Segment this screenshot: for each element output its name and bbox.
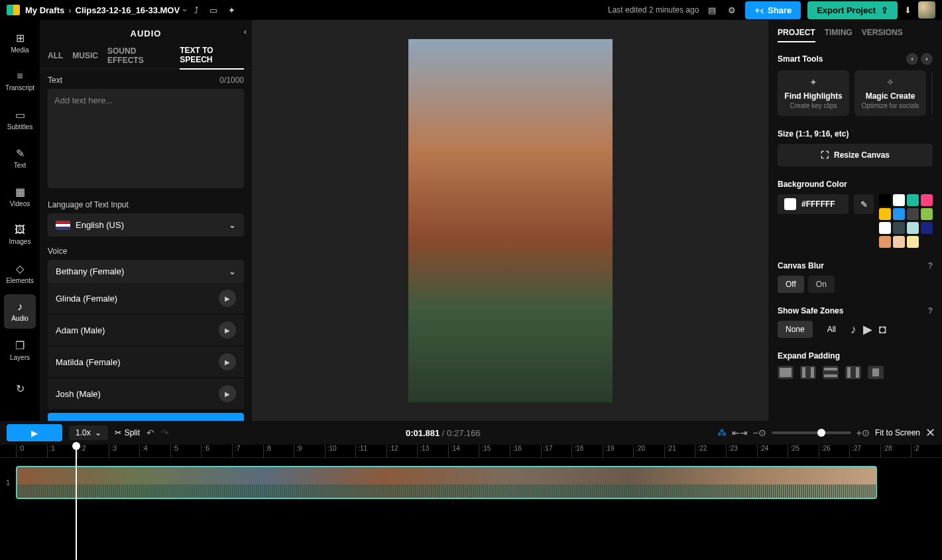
resize-canvas-button[interactable]: ⛶ Resize Canvas — [778, 144, 933, 166]
smart-find-highlights[interactable]: ✦ Find Highlights Create key clips — [778, 70, 849, 116]
color-swatch[interactable] — [879, 236, 891, 248]
prev-icon[interactable]: ‹ — [906, 53, 918, 65]
smart-card-partial[interactable]: V — [931, 70, 933, 116]
color-preview[interactable]: #FFFFFF — [778, 194, 849, 214]
voice-select[interactable]: Bethany (Female) ⌄ — [48, 260, 244, 283]
zoom-out-icon[interactable]: −⊙ — [753, 427, 766, 438]
pad-full[interactable] — [778, 366, 794, 379]
play-icon[interactable]: ▶ — [219, 385, 236, 402]
video-preview[interactable] — [408, 39, 613, 402]
rtab-versions[interactable]: VERSIONS — [862, 28, 903, 42]
play-button[interactable]: ▶ — [7, 424, 62, 441]
rail-videos[interactable]: ▦Videos — [4, 179, 36, 213]
eyedropper-icon[interactable]: ✎ — [854, 194, 874, 214]
collapse-icon[interactable]: ‹ — [244, 27, 247, 36]
ruler-tick: :0 — [16, 445, 47, 457]
pad-sides[interactable] — [845, 366, 861, 379]
export-button[interactable]: Export Project ⇪ — [807, 1, 898, 19]
magnet-icon[interactable]: ⁂ — [717, 427, 727, 438]
rail-subtitles[interactable]: ▭Subtitles — [4, 102, 36, 137]
video-clip[interactable] — [16, 466, 877, 499]
play-icon[interactable]: ▶ — [219, 290, 236, 307]
share-button[interactable]: +𐑬 Share — [745, 1, 801, 19]
speed-select[interactable]: 1.0x⌄ — [69, 425, 108, 440]
undo-icon[interactable]: ↶ — [147, 427, 154, 438]
pad-top-bottom[interactable] — [823, 366, 839, 379]
voice-option[interactable]: Matilda (Female)▶ — [48, 347, 244, 377]
blur-off[interactable]: Off — [778, 276, 804, 293]
tts-text-input[interactable] — [48, 89, 244, 188]
help-icon[interactable]: ? — [928, 261, 933, 270]
smart-magic-create[interactable]: ✧ Magic Create Optimize for socials — [854, 70, 926, 116]
color-swatch[interactable] — [879, 222, 891, 234]
download-icon[interactable]: ⬇ — [904, 5, 912, 15]
color-swatch[interactable] — [921, 194, 933, 206]
blur-on[interactable]: On — [808, 276, 835, 293]
voice-option[interactable]: Adam (Male)▶ — [48, 315, 244, 345]
pad-left-right[interactable] — [800, 366, 816, 379]
gear-icon[interactable]: ⚙ — [725, 3, 738, 18]
voice-selected: Bethany (Female) — [56, 266, 124, 276]
color-swatch[interactable] — [907, 222, 919, 234]
color-swatch[interactable] — [879, 194, 891, 206]
add-voice-button[interactable]: ＋ Add new Voice — [48, 413, 244, 421]
rail-transcript[interactable]: ≡Transcript — [4, 64, 36, 98]
safe-none[interactable]: None — [778, 321, 813, 338]
color-swatch[interactable] — [893, 222, 905, 234]
notes-icon[interactable]: ▭ — [207, 3, 220, 18]
instagram-icon[interactable]: ◘ — [879, 323, 886, 337]
tab-tts[interactable]: TEXT TO SPEECH — [180, 46, 244, 70]
zoom-in-icon[interactable]: +⊙ — [856, 427, 870, 438]
pad-center[interactable] — [868, 366, 884, 379]
playhead[interactable] — [76, 445, 77, 560]
safe-all[interactable]: All — [819, 321, 844, 338]
color-swatch[interactable] — [921, 208, 933, 220]
avatar[interactable] — [918, 1, 935, 19]
next-icon[interactable]: › — [921, 53, 933, 65]
color-swatch[interactable] — [893, 194, 905, 206]
voice-option[interactable]: Josh (Male)▶ — [48, 378, 244, 409]
rtab-project[interactable]: PROJECT — [778, 28, 815, 42]
tab-all[interactable]: ALL — [48, 51, 63, 64]
chevron-down-icon[interactable]: › — [180, 9, 190, 11]
help-icon[interactable]: ? — [928, 306, 933, 315]
upload-icon[interactable]: ⤴ — [192, 3, 202, 18]
color-swatch[interactable] — [893, 236, 905, 248]
redo-icon[interactable]: ↷ — [161, 427, 169, 438]
split-button[interactable]: ✂Split — [115, 428, 140, 437]
tab-music[interactable]: MUSIC — [72, 51, 98, 64]
breadcrumb-root[interactable]: My Drafts — [25, 5, 64, 15]
sparkle-icon[interactable]: ✦ — [225, 3, 238, 18]
ruler[interactable]: :0:1:2:3:4:5:6:7:8:9:10:11:12:13:14:15:1… — [0, 445, 942, 458]
fit-to-screen[interactable]: Fit to Screen — [875, 428, 920, 437]
color-swatch[interactable] — [907, 236, 919, 248]
color-swatch[interactable] — [907, 194, 919, 206]
color-swatch[interactable] — [921, 222, 933, 234]
close-icon[interactable]: ✕ — [925, 425, 935, 440]
breadcrumb-file[interactable]: Clips23-12-16_16-33.MOV — [76, 5, 180, 15]
rail-media[interactable]: ⊞Media — [4, 25, 36, 60]
comment-icon[interactable]: ▤ — [705, 3, 719, 18]
zoom-handle[interactable] — [817, 429, 825, 437]
color-swatch[interactable] — [907, 208, 919, 220]
rail-layers[interactable]: ❒Layers — [4, 333, 36, 367]
voice-option[interactable]: Glinda (Female)▶ — [48, 283, 244, 313]
rail-audio[interactable]: ♪Audio — [4, 294, 36, 329]
play-icon[interactable]: ▶ — [219, 353, 236, 370]
trim-icon[interactable]: ⇤⇥ — [732, 427, 748, 438]
app-logo[interactable] — [7, 5, 20, 15]
side-rail: ⊞Media ≡Transcript ▭Subtitles ✎Text ▦Vid… — [0, 20, 40, 421]
rail-elements[interactable]: ◇Elements — [4, 256, 36, 290]
color-swatch[interactable] — [893, 208, 905, 220]
color-swatch[interactable] — [879, 208, 891, 220]
rail-more[interactable]: ↻ — [4, 371, 36, 406]
play-icon[interactable]: ▶ — [219, 321, 236, 339]
tiktok-icon[interactable]: ♪ — [851, 323, 856, 337]
youtube-icon[interactable]: ▶ — [863, 322, 872, 337]
rail-images[interactable]: 🖼Images — [4, 217, 36, 252]
tab-sfx[interactable]: SOUND EFFECTS — [107, 46, 170, 69]
rail-text[interactable]: ✎Text — [4, 140, 36, 175]
language-select[interactable]: English (US) ⌄ — [48, 213, 244, 237]
rtab-timing[interactable]: TIMING — [825, 28, 853, 42]
zoom-slider[interactable] — [772, 431, 851, 434]
